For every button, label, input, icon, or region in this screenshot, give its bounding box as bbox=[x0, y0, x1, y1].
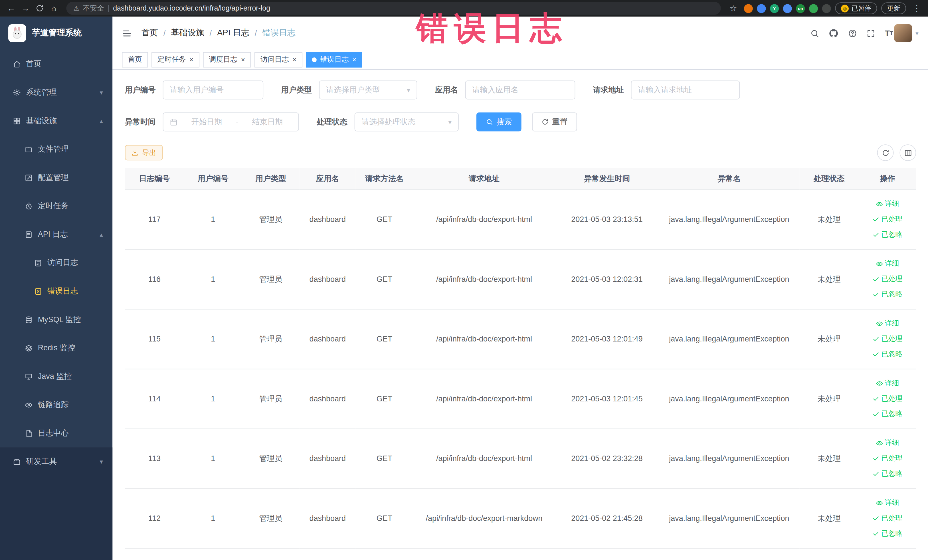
close-icon[interactable]: × bbox=[189, 56, 194, 63]
sidebar-item-icon bbox=[25, 401, 32, 409]
fontsize-icon[interactable]: TT bbox=[885, 29, 893, 37]
chevron-down-icon[interactable]: ▾ bbox=[916, 30, 918, 37]
table-toolbar: 导出 bbox=[112, 144, 928, 161]
user-id-input[interactable]: 请输入用户编号 bbox=[163, 81, 264, 99]
processed-link[interactable]: 已处理 bbox=[872, 334, 903, 344]
error-log-table: 日志编号 用户编号 用户类型 应用名 请求方法名 请求地址 异常发生时间 异常名… bbox=[125, 168, 916, 548]
sidebar-item[interactable]: Java 监控 bbox=[0, 362, 112, 391]
extension-icon[interactable]: Y bbox=[770, 4, 779, 12]
column-header-user-type: 用户类型 bbox=[242, 168, 299, 189]
search-icon[interactable] bbox=[810, 29, 819, 38]
sidebar-item[interactable]: 首页 bbox=[0, 50, 112, 78]
extension-icon[interactable] bbox=[809, 4, 818, 12]
ignored-link[interactable]: 已忽略 bbox=[872, 289, 903, 299]
update-button[interactable]: 更新 bbox=[881, 2, 906, 14]
detail-link[interactable]: 详细 bbox=[876, 318, 899, 328]
ignored-link[interactable]: 已忽略 bbox=[872, 349, 903, 359]
close-icon[interactable]: × bbox=[352, 56, 356, 63]
bookmark-star-icon[interactable]: ☆ bbox=[727, 2, 740, 15]
breadcrumb-item[interactable]: API 日志 bbox=[217, 28, 249, 38]
tab[interactable]: 访问日志 × bbox=[255, 52, 302, 67]
sidebar-item[interactable]: 文件管理 bbox=[0, 135, 112, 163]
sidebar-item[interactable]: MySQL 监控 bbox=[0, 305, 112, 334]
tab[interactable]: 定时任务 × bbox=[151, 52, 199, 67]
breadcrumb-item[interactable]: 首页 bbox=[142, 28, 158, 38]
sidebar-item[interactable]: API 日志 bbox=[0, 220, 112, 249]
ignored-link[interactable]: 已忽略 bbox=[872, 409, 903, 419]
check-icon bbox=[872, 530, 879, 537]
detail-link[interactable]: 详细 bbox=[876, 438, 899, 448]
processed-link[interactable]: 已处理 bbox=[872, 214, 903, 224]
tab[interactable]: 首页 × bbox=[122, 52, 148, 67]
sidebar-item[interactable]: 研发工具 bbox=[0, 447, 112, 476]
check-icon bbox=[872, 395, 879, 402]
sidebar-item[interactable]: 错误日志 bbox=[0, 277, 112, 305]
extension-icon[interactable] bbox=[744, 4, 753, 12]
extension-icon[interactable] bbox=[783, 4, 792, 12]
browser-menu-icon[interactable]: ⋮ bbox=[910, 2, 923, 15]
tab-label: 定时任务 bbox=[157, 55, 186, 64]
processed-link[interactable]: 已处理 bbox=[872, 513, 903, 523]
tab[interactable]: 错误日志 × bbox=[306, 52, 362, 67]
cell-user-id: 1 bbox=[184, 189, 242, 249]
sidebar-item-label: 文件管理 bbox=[38, 144, 69, 154]
processed-link[interactable]: 已处理 bbox=[872, 453, 903, 463]
request-url-input[interactable]: 请输入请求地址 bbox=[631, 81, 740, 99]
sidebar-item[interactable]: Redis 监控 bbox=[0, 334, 112, 362]
ignored-link[interactable]: 已忽略 bbox=[872, 469, 903, 479]
exception-time-range-picker[interactable]: 开始日期 - 结束日期 bbox=[163, 112, 299, 131]
paused-badge[interactable]: ☺ 已暂停 bbox=[835, 2, 877, 14]
sidebar-item[interactable]: 基础设施 bbox=[0, 107, 112, 135]
cell-exception-time: 2021-05-03 12:01:49 bbox=[555, 309, 659, 369]
close-icon[interactable]: × bbox=[292, 56, 297, 63]
extension-icon[interactable] bbox=[822, 4, 831, 12]
sidebar-item[interactable]: 系统管理 bbox=[0, 78, 112, 107]
browser-forward-icon[interactable]: → bbox=[19, 2, 32, 15]
detail-link[interactable]: 详细 bbox=[876, 259, 899, 269]
sidebar-item[interactable]: 定时任务 bbox=[0, 192, 112, 220]
cell-request-url: /api/infra/db-doc/export-html bbox=[413, 309, 555, 369]
cell-app-name: dashboard bbox=[299, 249, 356, 309]
cell-app-name: dashboard bbox=[299, 189, 356, 249]
detail-link[interactable]: 详细 bbox=[876, 378, 899, 388]
sidebar-item[interactable]: 链路追踪 bbox=[0, 391, 112, 419]
extension-icon[interactable]: on bbox=[796, 4, 805, 12]
detail-link[interactable]: 详细 bbox=[876, 498, 899, 508]
export-button[interactable]: 导出 bbox=[125, 145, 163, 160]
sidebar-item[interactable]: 日志中心 bbox=[0, 419, 112, 448]
sidebar-item-icon bbox=[13, 458, 21, 465]
help-icon[interactable] bbox=[848, 29, 857, 38]
breadcrumb-item[interactable]: 基础设施 bbox=[171, 28, 204, 38]
app-name-input[interactable]: 请输入应用名 bbox=[465, 81, 575, 99]
security-warning-icon[interactable]: ⚠ bbox=[73, 5, 79, 12]
address-bar[interactable]: ⚠ 不安全 | dashboard.yudao.iocoder.cn/infra… bbox=[66, 2, 721, 15]
close-icon[interactable]: × bbox=[241, 56, 245, 63]
fullscreen-icon[interactable] bbox=[866, 29, 875, 38]
browser-back-icon[interactable]: ← bbox=[5, 2, 18, 15]
search-button[interactable]: 搜索 bbox=[476, 112, 522, 131]
app-logo[interactable]: 芋道管理系统 bbox=[0, 17, 112, 50]
extension-icon[interactable] bbox=[757, 4, 766, 12]
browser-home-icon[interactable]: ⌂ bbox=[47, 2, 61, 15]
processed-link[interactable]: 已处理 bbox=[872, 394, 903, 404]
user-id-label: 用户编号 bbox=[125, 85, 156, 95]
process-status-select[interactable]: 请选择处理状态 ▾ bbox=[355, 112, 459, 131]
user-avatar[interactable] bbox=[894, 24, 912, 42]
browser-reload-icon[interactable] bbox=[33, 2, 46, 15]
refresh-icon bbox=[882, 149, 889, 157]
reset-button[interactable]: 重置 bbox=[532, 112, 577, 131]
tab[interactable]: 调度日志 × bbox=[203, 52, 251, 67]
user-type-select[interactable]: 请选择用户类型 ▾ bbox=[319, 81, 417, 99]
sidebar-toggle-icon[interactable] bbox=[122, 28, 132, 38]
detail-link[interactable]: 详细 bbox=[876, 199, 899, 209]
ignored-link[interactable]: 已忽略 bbox=[872, 230, 903, 240]
github-icon[interactable] bbox=[829, 28, 838, 38]
processed-link[interactable]: 已处理 bbox=[872, 274, 903, 284]
ignored-link[interactable]: 已忽略 bbox=[872, 529, 903, 539]
sidebar-item[interactable]: 访问日志 bbox=[0, 249, 112, 277]
sidebar-item[interactable]: 配置管理 bbox=[0, 163, 112, 192]
cell-app-name: dashboard bbox=[299, 488, 356, 548]
column-settings-button[interactable] bbox=[899, 144, 916, 161]
refresh-button[interactable] bbox=[877, 144, 894, 161]
check-icon bbox=[872, 410, 879, 418]
